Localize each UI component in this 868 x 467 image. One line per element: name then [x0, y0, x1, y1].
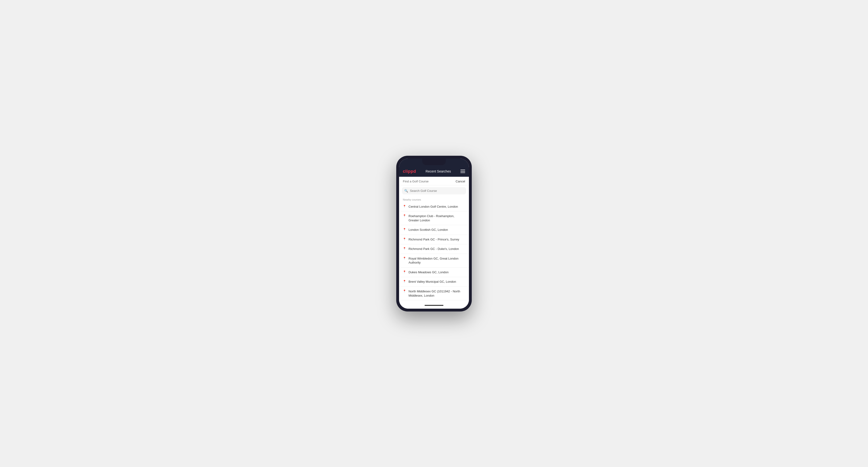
search-icon: 🔍 [404, 189, 408, 192]
course-list-item[interactable]: 📍London Scottish GC, London [399, 225, 469, 235]
location-pin-icon: 📍 [403, 247, 406, 250]
course-name: Central London Golf Centre, London [408, 205, 458, 209]
search-box: 🔍 [402, 187, 466, 194]
home-bar [425, 305, 443, 306]
cancel-button[interactable]: Cancel [456, 180, 465, 183]
location-pin-icon: 📍 [403, 271, 406, 274]
nearby-section-label: Nearby courses [399, 196, 469, 202]
nav-title: Recent Searches [426, 169, 451, 173]
course-list-item[interactable]: 📍North Middlesex GC (1011942 - North Mid… [399, 287, 469, 301]
course-list-item[interactable]: 📍Richmond Park GC - Duke's, London [399, 244, 469, 254]
hamburger-line-1 [460, 170, 465, 170]
hamburger-menu-button[interactable] [460, 170, 465, 173]
course-list-item[interactable]: 📍Coombe Hill GC, Kingston upon Thames [399, 301, 469, 303]
course-list-item[interactable]: 📍Brent Valley Municipal GC, London [399, 277, 469, 287]
location-pin-icon: 📍 [403, 257, 406, 260]
phone-screen: clippd Recent Searches Find a Golf Cours… [399, 159, 469, 309]
hamburger-line-3 [460, 173, 465, 173]
course-name: Roehampton Club - Roehampton, Greater Lo… [408, 214, 465, 222]
course-name: London Scottish GC, London [408, 228, 448, 232]
app-logo: clippd [403, 169, 416, 174]
location-pin-icon: 📍 [403, 238, 406, 241]
phone-frame: clippd Recent Searches Find a Golf Cours… [396, 156, 472, 311]
home-indicator [399, 303, 469, 309]
find-header: Find a Golf Course Cancel [399, 177, 469, 185]
courses-list: 📍Central London Golf Centre, London📍Roeh… [399, 202, 469, 303]
hamburger-line-2 [460, 171, 465, 172]
course-name: Richmond Park GC - Prince's, Surrey [408, 238, 459, 242]
course-list-item[interactable]: 📍Roehampton Club - Roehampton, Greater L… [399, 212, 469, 225]
course-name: Richmond Park GC - Duke's, London [408, 247, 459, 251]
location-pin-icon: 📍 [403, 228, 406, 231]
course-name: Dukes Meadows GC, London [408, 270, 448, 275]
main-content: Find a Golf Course Cancel 🔍 Nearby cours… [399, 177, 469, 303]
location-pin-icon: 📍 [403, 214, 406, 217]
course-list-item[interactable]: 📍Dukes Meadows GC, London [399, 268, 469, 277]
course-list-item[interactable]: 📍Central London Golf Centre, London [399, 202, 469, 212]
find-title: Find a Golf Course [403, 180, 429, 183]
course-list-item[interactable]: 📍Richmond Park GC - Prince's, Surrey [399, 235, 469, 245]
course-list-item[interactable]: 📍Royal Wimbledon GC, Great London Author… [399, 254, 469, 268]
course-name: Royal Wimbledon GC, Great London Authori… [408, 256, 465, 265]
search-input[interactable] [410, 189, 464, 192]
course-name: Brent Valley Municipal GC, London [408, 280, 456, 284]
location-pin-icon: 📍 [403, 205, 406, 208]
location-pin-icon: 📍 [403, 280, 406, 283]
location-pin-icon: 📍 [403, 289, 406, 292]
course-name: North Middlesex GC (1011942 - North Midd… [408, 289, 465, 298]
search-container: 🔍 [399, 185, 469, 196]
phone-notch [422, 159, 446, 165]
